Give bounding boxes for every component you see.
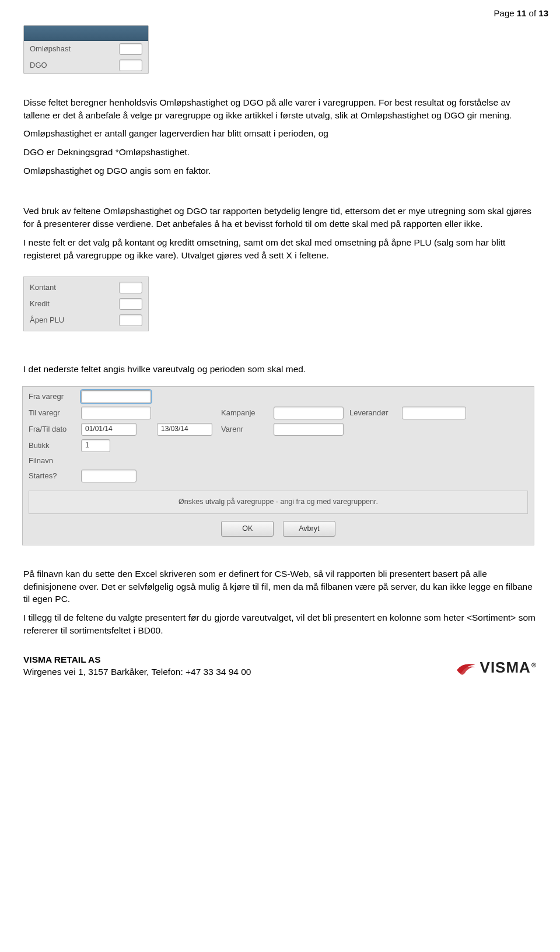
- visma-logo-text: VISMA®: [480, 657, 537, 678]
- input-omlopshast[interactable]: [119, 43, 142, 55]
- label-fra-varegr: Fra varegr: [29, 391, 81, 402]
- row-apen-plu: Åpen PLU: [24, 312, 148, 328]
- label-fra-til-dato: Fra/Til dato: [29, 424, 81, 435]
- visma-logo: VISMA®: [456, 657, 537, 678]
- label-apen-plu: Åpen PLU: [30, 315, 119, 326]
- panel-header-bar: [24, 26, 148, 41]
- input-dato-til[interactable]: 13/03/14: [157, 423, 212, 436]
- row-kontant: Kontant: [24, 279, 148, 296]
- fields-panel-omlop-dgo: Omløpshast DGO: [23, 25, 149, 74]
- input-varenr[interactable]: [274, 423, 344, 436]
- paragraph-3: DGO er Dekningsgrad *Omløpshastighet.: [23, 146, 537, 159]
- label-omlopshast: Omløpshast: [30, 44, 119, 54]
- input-kredit[interactable]: [119, 298, 142, 310]
- label-butikk: Butikk: [29, 440, 81, 451]
- footer-company: VISMA RETAIL AS: [23, 653, 251, 666]
- paragraph-2: Omløpshastighet er antall ganger lagerve…: [23, 127, 537, 140]
- paragraph-1: Disse feltet beregner henholdsvis Omløps…: [23, 96, 537, 121]
- input-til-varegr[interactable]: [81, 407, 151, 419]
- input-fra-varegr[interactable]: [81, 390, 151, 403]
- registered-icon: ®: [531, 662, 537, 668]
- paragraph-4: Omløpshastighet og DGO angis som en fakt…: [23, 164, 537, 177]
- input-dgo[interactable]: [119, 60, 142, 71]
- label-dgo: DGO: [30, 60, 119, 71]
- label-kredit: Kredit: [30, 299, 119, 309]
- label-til-varegr: Til varegr: [29, 408, 81, 418]
- input-butikk[interactable]: 1: [81, 439, 110, 452]
- button-row: OK Avbryt: [29, 521, 528, 537]
- note-varegruppe: Ønskes utvalg på varegruppe - angi fra o…: [29, 491, 528, 514]
- label-filnavn: Filnavn: [29, 456, 81, 466]
- paragraph-9: I tillegg til de feltene du valgte prese…: [23, 611, 537, 636]
- footer-text: VISMA RETAIL AS Wirgenes vei 1, 3157 Bar…: [23, 653, 251, 678]
- row-dgo: DGO: [24, 57, 148, 74]
- page-number: Page 11 of 13: [23, 7, 548, 19]
- paragraph-5: Ved bruk av feltene Omløpshastighet og D…: [23, 205, 537, 230]
- input-startes[interactable]: [81, 470, 136, 482]
- page-current: 11: [517, 8, 527, 18]
- page-of: of: [526, 8, 538, 18]
- paragraph-8: På filnavn kan du sette den Excel skrive…: [23, 568, 537, 606]
- input-kontant[interactable]: [119, 282, 142, 293]
- footer-address: Wirgenes vei 1, 3157 Barkåker, Telefon: …: [23, 666, 251, 678]
- label-kontant: Kontant: [30, 282, 119, 293]
- row-omlopshast: Omløpshast: [24, 41, 148, 57]
- footer: VISMA RETAIL AS Wirgenes vei 1, 3157 Bar…: [23, 653, 537, 678]
- paragraph-6: I neste felt er det valg på kontant og k…: [23, 236, 537, 261]
- vareutvalg-form-panel: Fra varegr Til varegr Kampanje Leverandø…: [22, 386, 534, 545]
- visma-swoosh-icon: [456, 660, 477, 676]
- label-startes: Startes?: [29, 471, 81, 481]
- ok-button[interactable]: OK: [221, 521, 274, 537]
- label-leverandor: Leverandør: [349, 408, 402, 418]
- avbryt-button[interactable]: Avbryt: [283, 521, 335, 537]
- input-dato-fra[interactable]: 01/01/14: [81, 423, 136, 436]
- input-leverandor[interactable]: [402, 407, 466, 419]
- row-kredit: Kredit: [24, 296, 148, 312]
- paragraph-7: I det nederste feltet angis hvilke vareu…: [23, 363, 537, 376]
- page-prefix: Page: [494, 8, 517, 18]
- label-kampanje: Kampanje: [221, 408, 274, 418]
- page-total: 13: [538, 8, 548, 18]
- input-apen-plu[interactable]: [119, 314, 142, 326]
- input-kampanje[interactable]: [274, 407, 344, 419]
- label-varenr: Varenr: [221, 424, 274, 435]
- fields-panel-kontant: Kontant Kredit Åpen PLU: [23, 276, 149, 331]
- visma-word: VISMA: [480, 659, 531, 676]
